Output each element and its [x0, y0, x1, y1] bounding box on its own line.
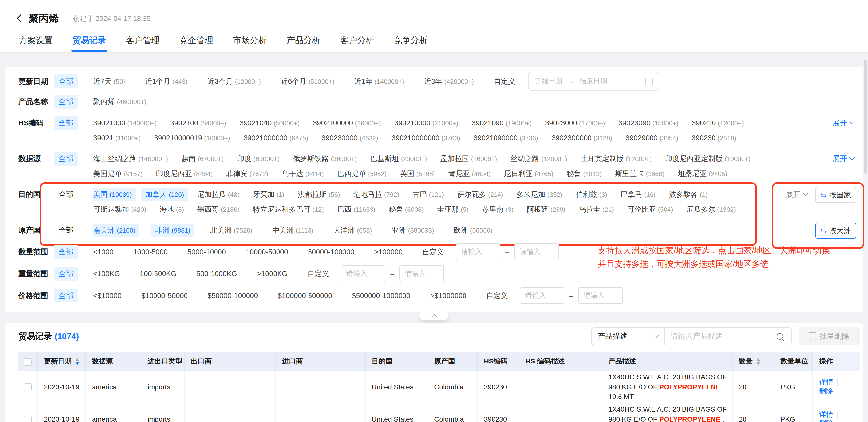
range-max-input[interactable]: 请输入 [514, 244, 559, 260]
filter-option[interactable]: 聚丙烯(460000+) [93, 96, 146, 107]
tab-3[interactable]: 客户管理 [125, 32, 161, 52]
filter-option[interactable]: 近1个月(443) [145, 76, 187, 87]
filter-option[interactable]: 390230(2818) [692, 133, 736, 143]
filter-option[interactable]: 巴西(11633) [337, 204, 375, 215]
filter-option[interactable]: 巴拿马(16) [620, 189, 655, 200]
filter-option[interactable]: 特立尼达和多巴哥(12) [253, 204, 324, 215]
search-field-select[interactable]: 产品描述 [592, 328, 664, 345]
filter-option[interactable]: 亚洲(380033) [392, 225, 434, 235]
filter-option[interactable]: 巴西提单(5952) [337, 168, 386, 179]
filter-option[interactable]: 100-500KG [140, 268, 176, 279]
filter-option[interactable]: 390230000(4632) [322, 133, 378, 143]
scrollbar[interactable] [864, 60, 867, 173]
filter-option[interactable]: 俄罗斯铁路(36000+) [293, 154, 357, 164]
filter-option[interactable]: 秘鲁(4013) [567, 168, 602, 179]
filter-option[interactable]: 北美洲(7528) [210, 225, 252, 235]
filter-option[interactable]: $100000-500000 [278, 290, 332, 301]
filter-option[interactable]: 39021000000(6475) [244, 133, 308, 143]
filter-option[interactable]: 3902300000(3128) [552, 133, 612, 143]
filter-option[interactable]: 近1年(140000+) [354, 76, 404, 87]
filter-8-all-option[interactable]: 全部 [54, 267, 78, 281]
tab-8[interactable]: 竞争分析 [393, 32, 429, 52]
filter-option[interactable]: 5000-10000 [187, 247, 226, 257]
tab-4[interactable]: 竞企管理 [179, 32, 214, 52]
filter-option[interactable]: 伯利兹(3) [576, 189, 607, 200]
range-max-input[interactable]: 请输入 [399, 265, 444, 282]
range-min-input[interactable]: 请输入 [456, 244, 500, 260]
filter-2-all-option[interactable]: 全部 [54, 95, 78, 108]
range-max-input[interactable]: 请输入 [578, 287, 623, 304]
filter-option[interactable]: 500-1000KG [196, 268, 237, 279]
range-min-input[interactable]: 请输入 [341, 265, 385, 282]
filter-option[interactable]: 自定义 [422, 247, 444, 257]
filter-option[interactable]: 中美洲(1113) [272, 225, 313, 235]
filter-option[interactable]: 50000-100000 [308, 247, 354, 257]
filter-option[interactable]: 印度尼西亚(8464) [156, 168, 213, 179]
filter-option[interactable]: 尼日利亚(4765) [504, 168, 553, 179]
filter-option[interactable]: 3902100(84000+) [170, 118, 226, 128]
filter-option[interactable]: 南美洲(2160) [93, 223, 140, 237]
filter-option[interactable]: 39021090(19000+) [472, 118, 532, 128]
filter-option[interactable]: 10000-50000 [246, 247, 288, 257]
detail-link[interactable]: 详情 [819, 410, 833, 418]
filter-option[interactable]: <1000 [93, 247, 113, 257]
filter-option[interactable]: $50000-100000 [208, 290, 258, 301]
back-icon[interactable] [17, 14, 25, 23]
column-header-13[interactable]: 操作 [812, 352, 860, 371]
filter-option[interactable]: 近7天(50) [93, 76, 125, 87]
filter-option[interactable]: 秘鲁(6008) [389, 204, 424, 215]
filter-option[interactable]: 丝绸之路(12000+) [510, 154, 567, 164]
filter-option[interactable]: 欧洲(56566) [454, 225, 493, 235]
filter-6-all-option[interactable]: 全部 [59, 225, 73, 235]
filter-option[interactable]: $500000-1000000 [352, 290, 410, 301]
search-icon[interactable] [777, 333, 783, 339]
filter-option[interactable]: 乌干达(6414) [281, 168, 323, 179]
range-min-input[interactable]: 请输入 [520, 287, 564, 304]
column-header-8[interactable]: HS编码 [477, 352, 519, 371]
filter-option[interactable]: 牙买加(1) [253, 189, 284, 200]
filter-option[interactable]: 英国(5198) [400, 168, 435, 179]
filter-3-all-option[interactable]: 全部 [54, 116, 78, 130]
filter-option[interactable]: 390210000000(3763) [392, 133, 460, 143]
collapse-filters-tab[interactable] [420, 313, 448, 320]
filter-option[interactable]: 近3年(420000+) [424, 76, 474, 87]
filter-option[interactable]: 尼加拉瓜(48) [197, 189, 239, 200]
row-checkbox[interactable] [24, 415, 32, 422]
filter-option[interactable]: 390210000(21000+) [394, 118, 458, 128]
filter-option[interactable]: 哥伦比亚(504) [627, 204, 673, 215]
delete-link[interactable]: 删除 [819, 387, 833, 395]
tab-5[interactable]: 市场分析 [232, 32, 268, 52]
filter-option[interactable]: 越南(67000+) [181, 154, 224, 164]
filter-option[interactable]: 乌拉圭(21) [579, 204, 614, 215]
sort-icons[interactable] [756, 358, 760, 365]
filter-option[interactable]: 土耳其定制版(12000+) [581, 154, 652, 164]
filter-option[interactable]: 加拿大(120) [142, 188, 188, 201]
filter-option[interactable]: 印度(63000+) [237, 154, 279, 164]
tab-6[interactable]: 产品分析 [286, 32, 321, 52]
filter-option[interactable]: 肯尼亚(4804) [448, 168, 491, 179]
column-header-11[interactable]: 数量 [732, 352, 774, 371]
filter-option[interactable]: <100KG [93, 268, 120, 279]
expand-link[interactable]: 展开 [832, 151, 854, 166]
switch-mode-button[interactable]: ⇆按大洲 [815, 223, 856, 238]
column-header-12[interactable]: 数量单位 [774, 352, 812, 371]
column-header-1[interactable]: 更新日期 [37, 352, 85, 371]
column-header-6[interactable]: 目的国 [365, 352, 428, 371]
filter-option[interactable]: 美国(10039) [93, 188, 136, 201]
filter-option[interactable]: 自定义 [494, 76, 515, 87]
filter-option[interactable]: 海上丝绸之路(140000+) [93, 154, 168, 164]
filter-option[interactable]: 墨西哥(2186) [197, 204, 240, 215]
filter-option[interactable]: 洪都拉斯(56) [298, 189, 340, 200]
column-header-7[interactable]: 原产国 [428, 352, 477, 371]
tab-7[interactable]: 客户分析 [339, 32, 375, 52]
row-checkbox[interactable] [24, 383, 32, 391]
filter-option[interactable]: 39021(11000+) [93, 133, 141, 143]
filter-option[interactable]: 39021000(140000+) [93, 118, 157, 128]
filter-option[interactable]: 古巴(121) [412, 189, 444, 200]
filter-option[interactable]: 自定义 [486, 290, 508, 301]
filter-option[interactable]: 阿根廷(289) [527, 204, 565, 215]
filter-option[interactable]: 390210000019(10000+) [154, 133, 230, 143]
filter-option[interactable]: 萨尔瓦多(214) [457, 189, 503, 200]
date-range-picker[interactable]: 开始日期→结束日期 [528, 72, 659, 91]
detail-link[interactable]: 详情 [819, 378, 833, 386]
